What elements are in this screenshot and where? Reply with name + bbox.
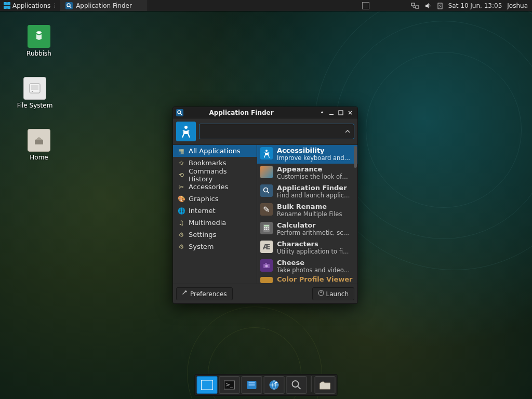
app-item-characters[interactable]: Æ CharactersUtility application to fi… bbox=[257, 238, 357, 257]
dock: >_ bbox=[195, 374, 338, 396]
category-list: ▦All Applications ✩Bookmarks ⟲Commands H… bbox=[173, 145, 257, 284]
svg-rect-28 bbox=[202, 380, 213, 390]
xfce-logo-icon bbox=[3, 2, 10, 9]
svg-point-14 bbox=[264, 188, 268, 192]
dock-files[interactable] bbox=[242, 376, 262, 394]
search-input[interactable] bbox=[203, 124, 344, 139]
app-item-application-finder[interactable]: Application FinderFind and launch applic… bbox=[257, 182, 357, 201]
dock-home-folder[interactable] bbox=[315, 376, 336, 394]
app-title: Cheese bbox=[277, 259, 350, 267]
svg-rect-6 bbox=[31, 85, 38, 90]
palette-icon: 🎨 bbox=[177, 195, 185, 203]
svg-rect-23 bbox=[268, 229, 269, 231]
svg-rect-19 bbox=[266, 227, 268, 229]
titlebar[interactable]: Application Finder bbox=[173, 107, 357, 118]
window-maximize-button[interactable] bbox=[337, 109, 345, 117]
home-folder-icon bbox=[28, 129, 50, 152]
desktop-icon-home[interactable]: Home bbox=[16, 129, 62, 161]
system-tray: Sat 10 Jun, 13:05 Joshua bbox=[358, 2, 532, 9]
category-label: Multimedia bbox=[189, 219, 226, 227]
app-title: Application Finder bbox=[277, 184, 350, 192]
scrollbar-thumb[interactable] bbox=[354, 146, 357, 168]
app-title: Accessibility bbox=[277, 147, 350, 154]
category-label: Accessories bbox=[189, 183, 228, 191]
category-internet[interactable]: 🌐Internet bbox=[173, 205, 257, 217]
svg-point-25 bbox=[265, 265, 268, 268]
app-icon bbox=[260, 259, 273, 272]
svg-point-13 bbox=[265, 150, 268, 152]
app-item-accessibility[interactable]: AccessibilityImprove keyboard and… bbox=[257, 145, 357, 164]
app-description: Take photos and video… bbox=[277, 267, 350, 274]
network-icon[interactable] bbox=[411, 2, 419, 9]
category-multimedia[interactable]: ♫Multimedia bbox=[173, 217, 257, 229]
window-minimize-button[interactable] bbox=[327, 109, 336, 117]
volume-icon[interactable] bbox=[424, 2, 432, 9]
trash-icon bbox=[28, 25, 50, 48]
app-item-cheese[interactable]: CheeseTake photos and video… bbox=[257, 257, 357, 276]
svg-rect-18 bbox=[264, 227, 265, 229]
clock[interactable]: Sat 10 Jun, 13:05 bbox=[448, 2, 502, 9]
category-label: All Applications bbox=[189, 147, 241, 155]
media-icon: ♫ bbox=[177, 219, 185, 227]
dock-separator bbox=[310, 376, 313, 394]
app-item-calculator[interactable]: CalculatorPerform arithmetic, sc… bbox=[257, 220, 357, 238]
wrench-icon bbox=[182, 290, 188, 298]
dock-terminal[interactable]: >_ bbox=[219, 376, 240, 394]
category-label: Bookmarks bbox=[189, 159, 227, 167]
user-label[interactable]: Joshua bbox=[507, 2, 528, 9]
svg-rect-3 bbox=[416, 6, 419, 8]
appfinder-window: Application Finder ▦All Applications ✩Bo… bbox=[172, 107, 358, 304]
category-graphics[interactable]: 🎨Graphics bbox=[173, 193, 257, 205]
svg-point-0 bbox=[67, 4, 70, 7]
dock-appfinder[interactable] bbox=[286, 376, 307, 394]
window-title: Application Finder bbox=[166, 109, 317, 116]
scrollbar[interactable] bbox=[353, 145, 357, 284]
app-title: Bulk Rename bbox=[277, 203, 342, 210]
app-item-appearance[interactable]: AppearanceCustomise the look of… bbox=[257, 164, 357, 182]
search-field-container bbox=[199, 124, 354, 139]
taskbar-button-label: Application Finder bbox=[76, 2, 132, 9]
app-item-bulk-rename[interactable]: ✎ Bulk RenameRename Multiple Files bbox=[257, 201, 357, 220]
application-list: AccessibilityImprove keyboard and… Appea… bbox=[257, 145, 357, 284]
category-all-applications[interactable]: ▦All Applications bbox=[173, 145, 257, 157]
globe-icon: 🌐 bbox=[177, 207, 185, 215]
app-icon bbox=[260, 147, 273, 159]
button-label: Launch bbox=[326, 290, 349, 298]
svg-rect-2 bbox=[411, 3, 415, 6]
applications-menu-button[interactable]: Applications ⁞ bbox=[0, 0, 60, 11]
svg-point-7 bbox=[32, 91, 33, 92]
svg-rect-11 bbox=[339, 111, 343, 115]
chevron-up-icon[interactable] bbox=[344, 127, 351, 137]
svg-rect-22 bbox=[266, 229, 268, 231]
desktop-icon-filesystem[interactable]: File System bbox=[11, 77, 58, 109]
svg-line-1 bbox=[70, 6, 72, 8]
svg-rect-17 bbox=[264, 225, 269, 227]
svg-point-12 bbox=[184, 126, 188, 129]
gear-icon: ⚙ bbox=[177, 243, 185, 251]
window-close-button[interactable] bbox=[346, 109, 354, 117]
app-icon bbox=[260, 184, 273, 197]
app-icon bbox=[260, 222, 273, 234]
app-icon: ✎ bbox=[260, 203, 273, 216]
desktop-icon-rubbish[interactable]: Rubbish bbox=[16, 25, 62, 57]
app-description: Utility application to fi… bbox=[277, 248, 349, 255]
app-description: Find and launch applic… bbox=[277, 192, 350, 199]
svg-point-35 bbox=[292, 381, 299, 387]
app-item-color-profile-viewer[interactable]: Color Profile Viewer bbox=[257, 276, 357, 283]
preferences-button[interactable]: Preferences bbox=[176, 287, 233, 300]
category-label: System bbox=[189, 243, 214, 250]
app-description: Improve keyboard and… bbox=[277, 154, 350, 162]
taskbar-button-appfinder[interactable]: Application Finder bbox=[60, 0, 148, 11]
power-icon[interactable] bbox=[437, 2, 443, 9]
category-system[interactable]: ⚙System bbox=[173, 241, 257, 252]
category-commands-history[interactable]: ⟲Commands History bbox=[173, 169, 257, 181]
svg-line-15 bbox=[268, 192, 270, 194]
workspace-switcher[interactable] bbox=[362, 2, 369, 9]
svg-rect-10 bbox=[329, 114, 334, 115]
window-shade-button[interactable] bbox=[318, 109, 326, 117]
accessibility-icon bbox=[176, 122, 196, 141]
launch-button[interactable]: Launch bbox=[312, 287, 354, 300]
dock-web-browser[interactable] bbox=[264, 376, 285, 394]
dock-show-desktop[interactable] bbox=[197, 376, 218, 394]
category-settings[interactable]: ⚙Settings bbox=[173, 229, 257, 241]
